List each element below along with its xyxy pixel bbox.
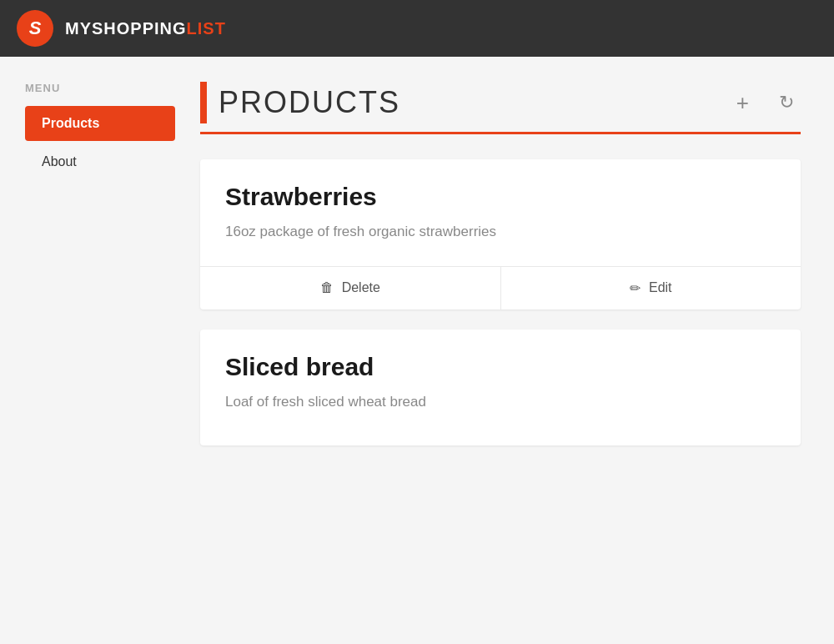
main-content: PRODUCTS + ↻ Strawberries 16oz package o… bbox=[175, 82, 834, 499]
refresh-button[interactable]: ↻ bbox=[772, 90, 801, 115]
app-logo: S bbox=[17, 10, 53, 47]
logo-letter: S bbox=[29, 18, 42, 39]
edit-icon: ✏ bbox=[630, 280, 641, 296]
page-title: PRODUCTS bbox=[219, 85, 730, 120]
trash-icon: 🗑 bbox=[320, 280, 334, 295]
sidebar-item-products[interactable]: Products bbox=[25, 106, 175, 141]
add-product-button[interactable]: + bbox=[730, 88, 756, 117]
product-card-actions: 🗑 Delete ✏ Edit bbox=[200, 266, 801, 309]
edit-product-button[interactable]: ✏ Edit bbox=[500, 267, 801, 309]
app-title-main: MYSHOPPING bbox=[65, 19, 187, 38]
product-name: Strawberries bbox=[225, 183, 776, 211]
product-card-body: Sliced bread Loaf of fresh sliced wheat … bbox=[200, 330, 801, 430]
app-title-accent: LIST bbox=[187, 19, 226, 38]
page-actions: + ↻ bbox=[730, 88, 801, 117]
edit-label: Edit bbox=[649, 280, 672, 295]
title-accent-bar bbox=[200, 82, 207, 123]
sidebar-item-about[interactable]: About bbox=[25, 144, 175, 179]
app-header: S MYSHOPPINGLIST bbox=[0, 0, 834, 57]
delete-label: Delete bbox=[342, 280, 380, 295]
sidebar: MENU Products About bbox=[0, 82, 175, 499]
product-description: 16oz package of fresh organic strawberri… bbox=[225, 221, 776, 243]
page-layout: MENU Products About PRODUCTS + ↻ Strawbe… bbox=[0, 57, 834, 499]
product-card: Sliced bread Loaf of fresh sliced wheat … bbox=[200, 330, 801, 446]
sidebar-menu-label: MENU bbox=[25, 82, 175, 94]
product-card-body: Strawberries 16oz package of fresh organ… bbox=[200, 159, 801, 266]
delete-product-button[interactable]: 🗑 Delete bbox=[200, 267, 500, 309]
product-name: Sliced bread bbox=[225, 353, 776, 381]
app-title: MYSHOPPINGLIST bbox=[65, 19, 226, 38]
page-header: PRODUCTS + ↻ bbox=[200, 82, 801, 134]
product-card: Strawberries 16oz package of fresh organ… bbox=[200, 159, 801, 309]
product-description: Loaf of fresh sliced wheat bread bbox=[225, 391, 776, 413]
